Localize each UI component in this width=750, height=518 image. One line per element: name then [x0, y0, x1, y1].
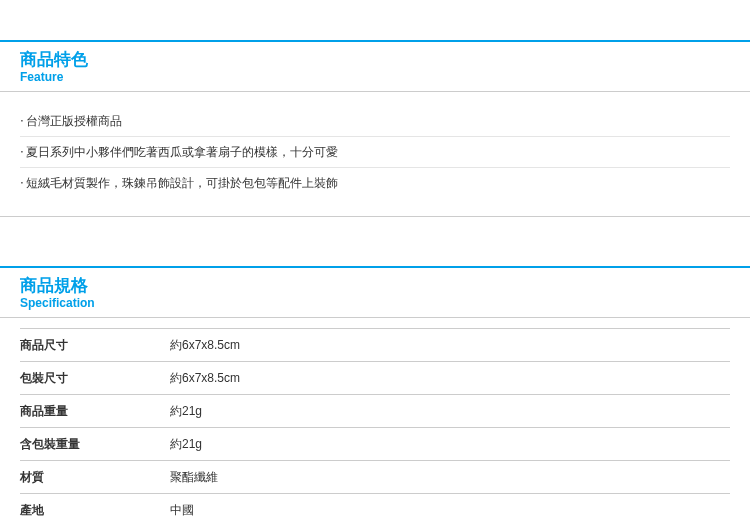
- spec-row: 商品尺寸 約6x7x8.5cm: [20, 328, 730, 361]
- feature-item: ‧短絨毛材質製作，珠鍊吊飾設計，可掛於包包等配件上裝飾: [20, 168, 730, 198]
- feature-text: 台灣正版授權商品: [26, 114, 122, 128]
- spec-row: 包裝尺寸 約6x7x8.5cm: [20, 361, 730, 394]
- feature-item: ‧台灣正版授權商品: [20, 106, 730, 137]
- section-divider: [0, 216, 750, 266]
- feature-list: ‧台灣正版授權商品 ‧夏日系列中小夥伴們吃著西瓜或拿著扇子的模樣，十分可愛 ‧短…: [0, 102, 750, 208]
- feature-title-zh: 商品特色: [20, 50, 750, 70]
- spec-row: 商品重量 約21g: [20, 394, 730, 427]
- feature-section-header: 商品特色 Feature: [0, 40, 750, 92]
- spec-value: 聚酯纖維: [170, 468, 730, 486]
- spec-label: 含包裝重量: [20, 435, 170, 453]
- spec-row: 含包裝重量 約21g: [20, 427, 730, 460]
- spec-title-zh: 商品規格: [20, 276, 750, 296]
- spec-table: 商品尺寸 約6x7x8.5cm 包裝尺寸 約6x7x8.5cm 商品重量 約21…: [0, 328, 750, 518]
- feature-title-en: Feature: [20, 70, 750, 84]
- spec-value: 約6x7x8.5cm: [170, 336, 730, 354]
- spec-label: 材質: [20, 468, 170, 486]
- spec-row: 產地 中國: [20, 493, 730, 518]
- spec-value: 約6x7x8.5cm: [170, 369, 730, 387]
- bullet-icon: ‧: [20, 145, 24, 159]
- spec-label: 產地: [20, 501, 170, 518]
- feature-text: 夏日系列中小夥伴們吃著西瓜或拿著扇子的模樣，十分可愛: [26, 145, 338, 159]
- spec-value: 約21g: [170, 435, 730, 453]
- spec-label: 商品尺寸: [20, 336, 170, 354]
- feature-item: ‧夏日系列中小夥伴們吃著西瓜或拿著扇子的模樣，十分可愛: [20, 137, 730, 168]
- spec-label: 包裝尺寸: [20, 369, 170, 387]
- spec-value: 約21g: [170, 402, 730, 420]
- bullet-icon: ‧: [20, 114, 24, 128]
- spec-title-en: Specification: [20, 296, 750, 310]
- spec-value: 中國: [170, 501, 730, 518]
- bullet-icon: ‧: [20, 176, 24, 190]
- spec-section-header: 商品規格 Specification: [0, 266, 750, 318]
- spec-row: 材質 聚酯纖維: [20, 460, 730, 493]
- feature-text: 短絨毛材質製作，珠鍊吊飾設計，可掛於包包等配件上裝飾: [26, 176, 338, 190]
- spec-label: 商品重量: [20, 402, 170, 420]
